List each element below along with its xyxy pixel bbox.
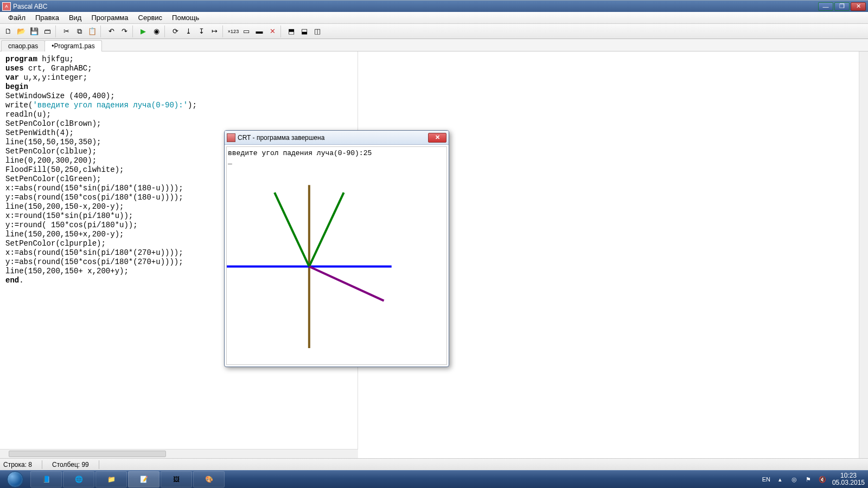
separator bbox=[164, 25, 167, 37]
separator bbox=[100, 25, 103, 37]
menu-service[interactable]: Сервис bbox=[133, 12, 168, 23]
page2-icon[interactable]: ⬓ bbox=[298, 25, 310, 37]
minimize-icon[interactable]: ▬ bbox=[253, 25, 265, 37]
status-column: Столбец: 99 bbox=[52, 461, 89, 468]
reflected-ray bbox=[309, 192, 344, 266]
scrollbar-thumb[interactable] bbox=[9, 451, 166, 457]
start-button[interactable] bbox=[0, 471, 30, 489]
menu-edit[interactable]: Правка bbox=[30, 12, 64, 23]
menu-view[interactable]: Вид bbox=[64, 12, 87, 23]
menu-program[interactable]: Программа bbox=[86, 12, 133, 23]
save-icon[interactable]: 💾 bbox=[28, 25, 40, 37]
taskbar[interactable]: 📘 🌐 📁 📝 🖼 🎨 EN ▴ ◎ ⚑ 🔇 10:23 05.03.2015 bbox=[0, 470, 868, 488]
titlebar[interactable]: A Pascal ABC — ❐ ✕ bbox=[0, 0, 868, 12]
tray-action-icon[interactable]: ◎ bbox=[790, 475, 799, 484]
vertical-scrollbar[interactable] bbox=[859, 52, 868, 458]
taskbar-paint-icon[interactable]: 🎨 bbox=[193, 471, 225, 487]
status-line: Строка: 8 bbox=[3, 461, 32, 468]
taskbar-chrome-icon[interactable]: 🌐 bbox=[63, 471, 94, 487]
taskbar-word-icon[interactable]: 📘 bbox=[30, 471, 62, 487]
clock[interactable]: 10:23 05.03.2015 bbox=[832, 472, 865, 486]
run-selected-icon[interactable]: ◉ bbox=[150, 25, 162, 37]
statusbar: Строка: 8 Столбец: 99 bbox=[0, 458, 868, 470]
horizontal-scrollbar[interactable] bbox=[0, 449, 358, 458]
crt-body: введите угол падения луча(0-90):25 _ bbox=[226, 146, 447, 365]
undo-icon[interactable]: ↶ bbox=[105, 25, 117, 37]
graphics-canvas bbox=[227, 158, 446, 364]
taskbar-explorer-icon[interactable]: 📁 bbox=[95, 471, 127, 487]
crt-output-line: введите угол падения луча(0-90):25 bbox=[228, 149, 445, 157]
tray-volume-icon[interactable]: 🔇 bbox=[818, 475, 827, 484]
page1-icon[interactable]: ⬒ bbox=[285, 25, 297, 37]
maximize-button[interactable]: ❐ bbox=[834, 2, 850, 11]
crt-output-window[interactable]: CRT - программа завершена ✕ введите угол… bbox=[224, 130, 449, 367]
page3-icon[interactable]: ◫ bbox=[311, 25, 323, 37]
separator bbox=[55, 25, 58, 37]
open-file-icon[interactable]: 📂 bbox=[15, 25, 27, 37]
tab-file-1[interactable]: спаор.pas bbox=[1, 40, 45, 52]
paste-icon[interactable]: 📋 bbox=[86, 25, 98, 37]
separator bbox=[99, 460, 99, 469]
copy-icon[interactable]: ⧉ bbox=[73, 25, 85, 37]
separator bbox=[132, 25, 135, 37]
save-all-icon[interactable]: 🗃 bbox=[41, 25, 53, 37]
system-tray: EN ▴ ◎ ⚑ 🔇 10:23 05.03.2015 bbox=[759, 471, 868, 488]
menubar: Файл Правка Вид Программа Сервис Помощь bbox=[0, 12, 868, 24]
minimize-button[interactable]: — bbox=[818, 2, 833, 11]
lang-indicator[interactable]: EN bbox=[762, 476, 770, 483]
crt-title-text: CRT - программа завершена bbox=[238, 134, 427, 142]
separator bbox=[280, 25, 283, 37]
separator bbox=[222, 25, 225, 37]
separator bbox=[42, 460, 42, 469]
close-tab-icon[interactable]: ✕ bbox=[266, 25, 278, 37]
taskbar-app1-icon[interactable]: 🖼 bbox=[161, 471, 192, 487]
refracted-ray bbox=[309, 267, 384, 301]
crt-icon bbox=[227, 133, 235, 142]
menu-help[interactable]: Помощь bbox=[167, 12, 204, 23]
step-over-icon[interactable]: ↦ bbox=[208, 25, 220, 37]
toolbar: 🗋 📂 💾 🗃 ✂ ⧉ 📋 ↶ ↷ ▶ ◉ ⟳ ⤓ ↧ ↦ ×123 ▭ ▬ ✕… bbox=[0, 24, 868, 39]
tab-file-2[interactable]: •Program1.pas bbox=[44, 40, 102, 52]
close-button[interactable]: ✕ bbox=[851, 2, 866, 11]
app-icon: A bbox=[2, 2, 11, 11]
menu-file[interactable]: Файл bbox=[3, 12, 30, 23]
run-icon[interactable]: ▶ bbox=[137, 25, 149, 37]
clock-date: 05.03.2015 bbox=[832, 479, 865, 486]
stop-icon[interactable]: ⟳ bbox=[169, 25, 181, 37]
incident-ray bbox=[275, 192, 309, 266]
step-into-icon[interactable]: ↧ bbox=[195, 25, 207, 37]
cut-icon[interactable]: ✂ bbox=[60, 25, 72, 37]
window-icon[interactable]: ▭ bbox=[240, 25, 252, 37]
crt-titlebar[interactable]: CRT - программа завершена ✕ bbox=[225, 131, 449, 145]
tabstrip: спаор.pas •Program1.pas bbox=[0, 39, 868, 52]
var-icon[interactable]: ×123 bbox=[227, 25, 239, 37]
windows-orb-icon bbox=[7, 471, 23, 487]
new-file-icon[interactable]: 🗋 bbox=[2, 25, 14, 37]
crt-close-button[interactable]: ✕ bbox=[428, 133, 446, 143]
tray-flag-icon[interactable]: ⚑ bbox=[804, 475, 813, 484]
taskbar-pascalabc-icon[interactable]: 📝 bbox=[128, 471, 159, 487]
app-title: Pascal ABC bbox=[13, 3, 818, 10]
tray-arrow-icon[interactable]: ▴ bbox=[776, 475, 784, 484]
end-icon[interactable]: ⤓ bbox=[182, 25, 194, 37]
redo-icon[interactable]: ↷ bbox=[118, 25, 130, 37]
